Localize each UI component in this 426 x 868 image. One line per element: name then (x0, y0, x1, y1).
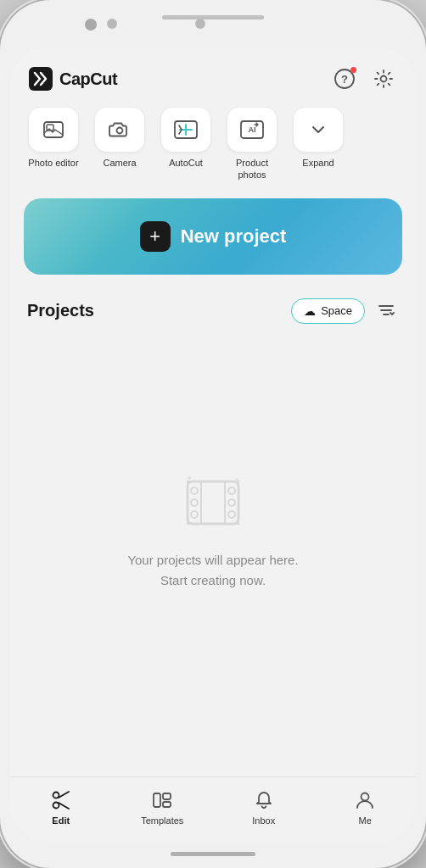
app-name: CapCut (59, 70, 117, 89)
nav-me-label: Me (359, 815, 372, 826)
phone-cameras (85, 19, 205, 31)
svg-rect-23 (163, 802, 171, 807)
projects-actions: ☁ Space (291, 298, 399, 324)
autocut-icon (173, 118, 199, 142)
nav-templates-label: Templates (141, 815, 183, 826)
svg-point-13 (191, 487, 198, 494)
empty-line2: Start creating now. (127, 570, 298, 591)
camera-dot-2 (107, 19, 117, 29)
svg-point-18 (228, 511, 235, 518)
screen: CapCut ? (10, 47, 416, 843)
templates-icon (151, 789, 173, 811)
capcut-logo-icon (29, 67, 53, 91)
quick-action-expand[interactable]: Expand (289, 108, 348, 181)
svg-point-15 (191, 511, 198, 518)
svg-text:?: ? (341, 73, 348, 86)
nav-item-me[interactable]: Me (315, 786, 417, 829)
projects-header: Projects ☁ Space (10, 285, 416, 334)
empty-line1: Your projects will appear here. (127, 550, 298, 570)
svg-rect-21 (154, 793, 160, 807)
empty-state-text: Your projects will appear here. Start cr… (127, 550, 298, 591)
phone-bottom-bar (171, 852, 255, 856)
nav-edit-label: Edit (52, 815, 70, 826)
expand-icon-box (294, 108, 343, 152)
nav-inbox-label: Inbox (252, 815, 275, 826)
nav-item-edit[interactable]: Edit (10, 786, 112, 829)
svg-point-17 (228, 499, 235, 506)
svg-rect-22 (163, 793, 171, 799)
quick-action-photo-editor[interactable]: Photo editor (24, 108, 83, 181)
help-button[interactable]: ? (331, 65, 358, 92)
logo: CapCut (29, 67, 117, 91)
empty-state: Your projects will appear here. Start cr… (10, 334, 416, 776)
photo-editor-label: Photo editor (28, 157, 78, 169)
settings-button[interactable] (370, 65, 397, 92)
svg-point-14 (191, 499, 198, 506)
camera-dot-3 (195, 19, 205, 29)
camera-label: Camera (103, 157, 136, 169)
nav-item-inbox[interactable]: Inbox (213, 786, 315, 829)
projects-title: Projects (27, 301, 94, 320)
space-button[interactable]: ☁ Space (291, 298, 365, 324)
svg-point-24 (362, 793, 369, 801)
svg-text:AI: AI (249, 125, 256, 134)
header-actions: ? (331, 65, 397, 92)
product-photos-label: Product photos (227, 157, 277, 181)
sort-icon (377, 302, 395, 320)
plus-icon: + (140, 221, 171, 252)
quick-action-camera[interactable]: Camera (90, 108, 149, 181)
photo-editor-icon-box (29, 108, 78, 152)
quick-actions-bar: Photo editor Camera (10, 101, 416, 188)
product-photos-icon: AI (239, 118, 265, 142)
sort-button[interactable] (373, 298, 399, 324)
notification-dot (350, 67, 356, 73)
settings-icon (373, 68, 395, 90)
svg-point-6 (117, 128, 123, 134)
product-photos-icon-box: AI (227, 108, 277, 152)
quick-action-product-photos[interactable]: AI Product photos (222, 108, 282, 181)
app-header: CapCut ? (10, 47, 416, 101)
camera-icon (108, 118, 132, 142)
scissors-icon (50, 789, 72, 811)
cloud-icon: ☁ (304, 304, 316, 318)
space-label: Space (321, 304, 352, 317)
camera-icon-box (95, 108, 144, 152)
nav-item-templates[interactable]: Templates (112, 786, 214, 829)
autocut-label: AutoCut (169, 157, 203, 169)
chevron-down-icon (309, 120, 328, 139)
svg-point-3 (381, 76, 387, 82)
bell-icon (253, 789, 275, 811)
svg-point-16 (228, 487, 235, 494)
photo-editor-icon (42, 118, 65, 142)
quick-action-autocut[interactable]: AutoCut (156, 108, 216, 181)
bottom-nav: Edit Templates (10, 776, 416, 843)
new-project-button[interactable]: + New project (24, 198, 402, 275)
autocut-icon-box (161, 108, 210, 152)
new-project-label: New project (181, 225, 287, 248)
person-icon (354, 789, 376, 811)
film-reel-icon (179, 469, 247, 537)
camera-dot-1 (85, 19, 97, 31)
phone-frame: CapCut ? (0, 0, 426, 868)
expand-label: Expand (302, 157, 334, 169)
